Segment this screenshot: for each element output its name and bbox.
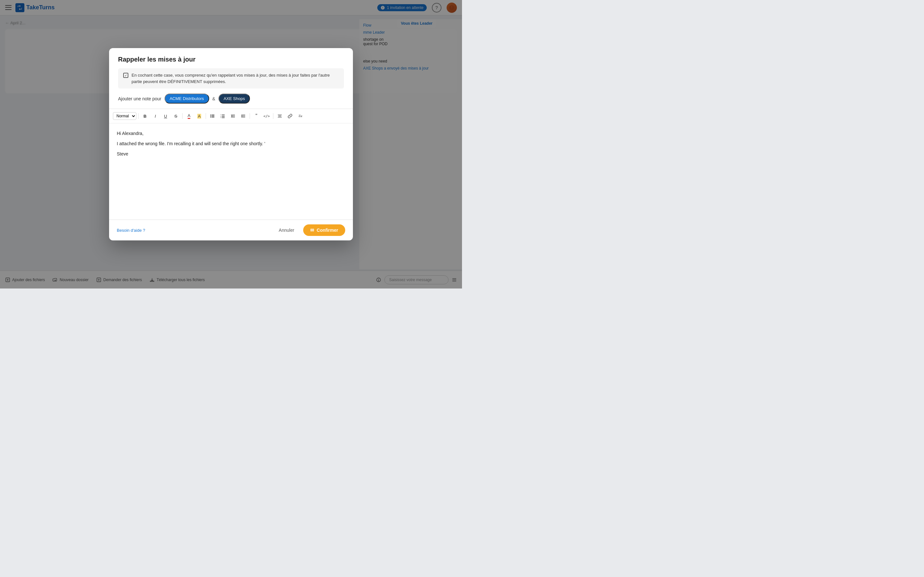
editor-toolbar: Normal B I U S A A 1.2 — [109, 109, 353, 123]
help-link[interactable]: Besoin d'aide ? — [117, 228, 145, 233]
notice-text: En cochant cette case, vous comprenez qu… — [132, 72, 339, 85]
toolbar-highlight[interactable]: A — [195, 111, 204, 121]
editor-line-2: I attached the wrong file. I'm recalling… — [117, 140, 345, 148]
confirm-button[interactable]: ✉ Confirmer — [303, 224, 345, 236]
modal-title: Rappeler les mises à jour — [118, 56, 344, 63]
modal-header: Rappeler les mises à jour ✓ En cochant c… — [109, 48, 353, 93]
modal-notice: ✓ En cochant cette case, vous comprenez … — [118, 68, 344, 89]
toolbar-underline[interactable]: U — [161, 111, 170, 121]
toolbar-divider-4 — [250, 113, 250, 119]
editor-container: Normal B I U S A A 1.2 — [109, 109, 353, 219]
svg-rect-26 — [222, 117, 225, 118]
svg-text:3.: 3. — [220, 117, 222, 118]
modal-dialog: Rappeler les mises à jour ✓ En cochant c… — [109, 48, 353, 240]
toolbar-blockquote[interactable]: " — [252, 111, 261, 121]
ampersand: & — [212, 96, 215, 101]
toolbar-italic[interactable]: I — [151, 111, 160, 121]
modal-overlay: Rappeler les mises à jour ✓ En cochant c… — [0, 0, 462, 288]
toolbar-indent-increase[interactable] — [239, 111, 248, 121]
format-select[interactable]: Normal — [113, 112, 136, 120]
modal-recipients: Ajouter une note pour ACME Distributors … — [109, 93, 353, 109]
confirm-label: Confirmer — [317, 227, 338, 233]
toolbar-strikethrough[interactable]: S — [171, 111, 180, 121]
toolbar-bold[interactable]: B — [141, 111, 150, 121]
svg-point-17 — [210, 116, 211, 117]
toolbar-clear-format[interactable]: Tx — [296, 111, 305, 121]
toolbar-code[interactable]: </> — [262, 111, 271, 121]
toolbar-ordered-list[interactable]: 1.2.3. — [218, 111, 227, 121]
toolbar-bullet-list[interactable] — [208, 111, 217, 121]
send-icon: ✉ — [310, 227, 314, 233]
toolbar-divider-1 — [138, 113, 139, 119]
svg-rect-22 — [222, 115, 225, 115]
toolbar-font-color[interactable]: A — [184, 111, 194, 121]
toolbar-divider-2 — [182, 113, 183, 119]
footer-actions: Annuler ✉ Confirmer — [275, 224, 345, 236]
svg-point-19 — [210, 117, 211, 118]
toolbar-indent-decrease[interactable] — [228, 111, 237, 121]
modal-footer: Besoin d'aide ? Annuler ✉ Confirmer — [109, 219, 353, 240]
recipient-axe-button[interactable]: AXE Shops — [218, 93, 250, 103]
editor-body[interactable]: Hi Alexandra, I attached the wrong file.… — [109, 123, 353, 219]
editor-line-1: Hi Alexandra, — [117, 130, 345, 137]
recipient-acme-button[interactable]: ACME Distributors — [165, 93, 209, 103]
toolbar-divider-5 — [273, 113, 273, 119]
editor-line-3: Steve — [117, 150, 345, 158]
svg-rect-16 — [212, 115, 214, 115]
recipients-label: Ajouter une note pour — [118, 96, 162, 101]
toolbar-align[interactable] — [275, 111, 284, 121]
svg-point-15 — [210, 114, 211, 115]
svg-rect-20 — [212, 117, 214, 118]
cancel-button[interactable]: Annuler — [275, 225, 298, 235]
svg-rect-18 — [212, 116, 214, 116]
checkbox-check: ✓ — [124, 74, 127, 77]
toolbar-link[interactable] — [286, 111, 294, 121]
svg-rect-24 — [222, 116, 225, 117]
notice-checkbox[interactable]: ✓ — [123, 73, 128, 78]
